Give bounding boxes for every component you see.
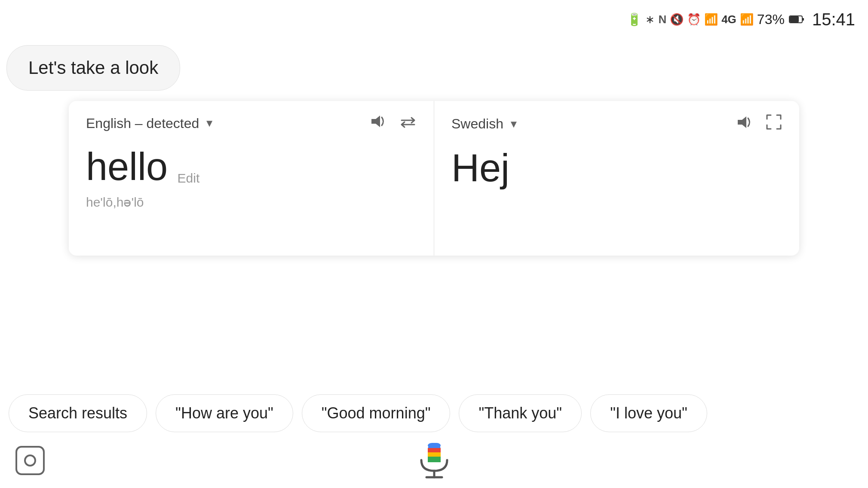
suggestion-chip-0[interactable]: Search results: [9, 394, 147, 432]
svg-marker-3: [371, 116, 380, 127]
edit-label[interactable]: Edit: [178, 171, 200, 185]
fullscreen-icon[interactable]: [766, 114, 782, 134]
signal-icon: 📶: [740, 13, 754, 26]
bubble-text: Let's take a look: [28, 58, 158, 78]
target-text: Hej: [451, 146, 509, 189]
battery-icon: [789, 15, 804, 24]
voice-bubble: Let's take a look: [6, 45, 180, 91]
target-text-container: Hej: [451, 147, 782, 189]
suggestion-chip-1[interactable]: "How are you": [156, 394, 293, 432]
translation-card: English – detected ▼: [69, 101, 799, 256]
source-lang-header: English – detected ▼: [86, 114, 417, 133]
status-icons: 🔋 ∗ N 🔇 ⏰ 📶 4G 📶 73% 15:41: [627, 10, 855, 29]
source-lang-label: English – detected: [86, 116, 199, 131]
target-lang-header: Swedish ▼: [451, 114, 782, 134]
source-text: hello: [86, 145, 168, 188]
bottom-bar: [0, 432, 868, 488]
svg-rect-10: [428, 452, 441, 457]
suggestion-chip-4[interactable]: "I love you": [590, 394, 707, 432]
4g-icon: 4G: [721, 13, 736, 26]
nfc-icon: N: [658, 13, 666, 26]
source-speaker-icon[interactable]: [369, 114, 386, 133]
wifi-icon: 📶: [704, 13, 718, 26]
mic-button[interactable]: [413, 439, 456, 482]
svg-marker-4: [738, 116, 746, 128]
svg-rect-5: [16, 447, 44, 474]
svg-rect-2: [790, 16, 799, 22]
suggestion-chip-3[interactable]: "Thank you": [459, 394, 582, 432]
target-speaker-icon[interactable]: [736, 115, 753, 134]
swap-languages-icon[interactable]: [399, 114, 417, 133]
source-lang-actions: [369, 114, 417, 133]
status-time: 15:41: [812, 10, 855, 29]
target-lang-label: Swedish: [451, 116, 503, 132]
svg-rect-8: [428, 443, 441, 448]
alarm-icon: ⏰: [687, 13, 701, 26]
target-lang-selector[interactable]: Swedish ▼: [451, 116, 519, 132]
source-lang-selector[interactable]: English – detected ▼: [86, 116, 215, 131]
battery-charge-icon: 🔋: [627, 12, 642, 27]
suggestions-row: Search results "How are you" "Good morni…: [0, 394, 868, 432]
battery-percent: 73%: [757, 12, 785, 27]
mute-icon: 🔇: [670, 13, 684, 26]
screen-capture-button[interactable]: [13, 443, 47, 479]
svg-point-6: [25, 455, 35, 466]
target-panel: Swedish ▼: [434, 101, 799, 256]
svg-rect-9: [428, 448, 441, 452]
svg-rect-1: [802, 18, 804, 21]
status-bar: 🔋 ∗ N 🔇 ⏰ 📶 4G 📶 73% 15:41: [627, 0, 868, 39]
source-text-container: hello Edit: [86, 146, 417, 188]
bluetooth-icon: ∗: [645, 13, 655, 26]
target-lang-chevron: ▼: [509, 118, 519, 130]
suggestion-chip-2[interactable]: "Good morning": [302, 394, 451, 432]
source-lang-chevron: ▼: [204, 117, 215, 129]
phonetic-text: he'lō,hə'lō: [86, 195, 417, 210]
target-lang-actions: [736, 114, 782, 134]
source-panel: English – detected ▼: [69, 101, 434, 256]
